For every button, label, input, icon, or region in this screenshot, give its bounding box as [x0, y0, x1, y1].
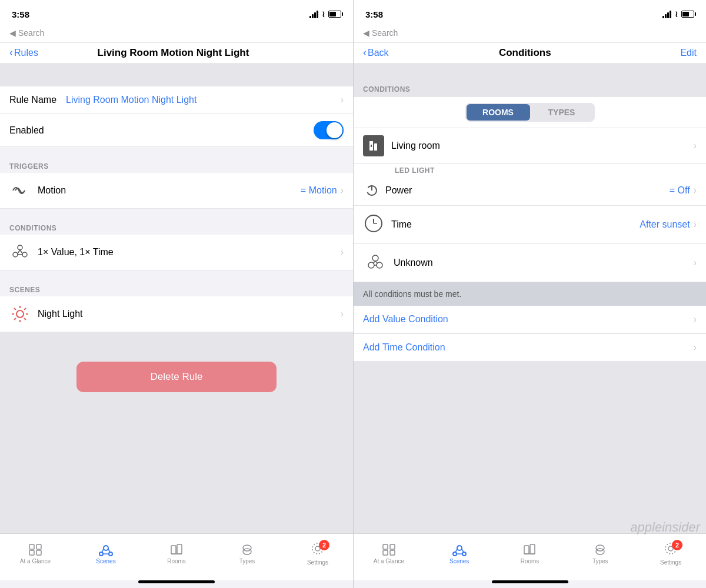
unknown-icon	[363, 251, 387, 275]
power-label: Power	[385, 185, 670, 196]
svg-rect-47	[390, 544, 395, 549]
tab-settings-right[interactable]: 2 Settings	[635, 539, 706, 569]
svg-point-50	[457, 546, 462, 550]
rule-name-value: Living Room Motion Night Light	[66, 95, 341, 105]
tab-label-rooms-left: Rooms	[167, 558, 186, 564]
tab-rooms-left[interactable]: Rooms	[141, 539, 212, 569]
trigger-row[interactable]: Motion = Motion ›	[0, 173, 353, 209]
back-button-right[interactable]: ‹ Back	[363, 46, 389, 59]
trigger-chevron: ›	[341, 185, 344, 196]
tab-rooms-right[interactable]: Rooms	[495, 539, 565, 569]
room-chevron: ›	[694, 141, 697, 151]
types-icon-left	[240, 543, 254, 556]
settings-badge-right: 2	[672, 540, 682, 550]
tab-scenes-right[interactable]: Scenes	[424, 539, 495, 569]
home-indicator-right	[492, 580, 568, 583]
enabled-row[interactable]: Enabled	[0, 114, 353, 147]
delete-rule-button[interactable]: Delete Rule	[76, 362, 277, 392]
scenes-icon-right	[452, 543, 467, 556]
living-room-row[interactable]: Living room ›	[354, 128, 706, 164]
signal-icon-right	[662, 10, 671, 18]
unknown-row[interactable]: Unknown ›	[354, 244, 706, 282]
scene-row[interactable]: Night Light ›	[0, 296, 353, 332]
condition-chevron: ›	[341, 247, 344, 258]
power-value: = Off	[670, 185, 690, 196]
rooms-icon-left	[169, 543, 184, 556]
svg-rect-17	[29, 550, 34, 555]
status-icons-left: ≀	[309, 9, 341, 19]
svg-rect-16	[36, 544, 41, 549]
conditions-note: All conditions must be met.	[354, 282, 706, 306]
time-chevron: ›	[694, 219, 697, 230]
svg-rect-25	[171, 546, 176, 554]
svg-rect-15	[29, 544, 34, 549]
tab-scenes-left[interactable]: Scenes	[71, 539, 141, 569]
time-left: 3:58	[12, 9, 29, 19]
nav-title-right: Conditions	[389, 47, 661, 59]
svg-rect-26	[177, 544, 182, 554]
svg-point-59	[596, 545, 604, 551]
nav-title-left: Living Room Motion Night Light	[38, 47, 308, 59]
svg-rect-48	[383, 550, 388, 555]
power-chevron: ›	[694, 185, 697, 196]
tab-at-a-glance-left[interactable]: At a Glance	[0, 539, 71, 569]
nav-bar-left: ‹ Rules Living Room Motion Night Light	[0, 43, 353, 64]
add-value-condition-row[interactable]: Add Value Condition ›	[354, 306, 706, 333]
time-icon	[363, 213, 384, 236]
edit-button[interactable]: Edit	[661, 48, 697, 58]
svg-point-52	[462, 552, 466, 556]
segment-control: ROOMS TYPES	[354, 97, 706, 128]
rule-name-label: Rule Name	[9, 95, 56, 105]
svg-point-28	[243, 545, 251, 551]
tab-settings-left[interactable]: 2 Settings	[282, 539, 353, 569]
svg-line-12	[24, 318, 26, 320]
nav-bar-right: ‹ Back Conditions Edit	[354, 43, 706, 64]
segment-rooms-button[interactable]: ROOMS	[467, 104, 530, 121]
time-label: Time	[391, 219, 640, 230]
enabled-label: Enabled	[9, 125, 314, 136]
tab-label-scenes-left: Scenes	[96, 558, 115, 564]
triggers-section-label: TRIGGERS	[0, 159, 353, 173]
rule-name-row[interactable]: Rule Name Living Room Motion Night Light…	[0, 86, 353, 114]
add-time-condition-row[interactable]: Add Time Condition ›	[354, 333, 706, 362]
tab-bar-right: At a Glance Scenes	[354, 533, 706, 580]
led-light-label: LED LIGHT	[354, 164, 706, 176]
conditions-gray-area: CONDITIONS	[354, 64, 706, 97]
svg-point-19	[104, 546, 108, 550]
gray-bottom-area-right	[354, 362, 706, 533]
add-value-label: Add Value Condition	[363, 314, 694, 325]
room-label: Living room	[391, 141, 694, 151]
room-icon	[363, 135, 384, 156]
svg-line-22	[102, 549, 104, 552]
condition-row[interactable]: 1× Value, 1× Time ›	[0, 235, 353, 270]
scene-label: Night Light	[38, 309, 341, 319]
status-bar-right: 3:58 ≀	[354, 0, 706, 26]
power-row[interactable]: Power = Off ›	[354, 176, 706, 206]
rule-name-chevron: ›	[341, 95, 344, 105]
svg-point-2	[18, 245, 22, 250]
segment-types-button[interactable]: TYPES	[530, 104, 594, 121]
scene-chevron: ›	[341, 309, 344, 319]
search-bar-left: ◀ Search	[0, 26, 353, 43]
time-row[interactable]: Time After sunset ›	[354, 206, 706, 244]
tab-at-a-glance-right[interactable]: At a Glance	[354, 539, 424, 569]
tab-label-scenes-right: Scenes	[449, 558, 469, 564]
tab-types-right[interactable]: Types	[565, 539, 635, 569]
conditions-header-label: CONDITIONS	[363, 85, 410, 93]
tab-label-settings-right: Settings	[660, 559, 681, 566]
svg-rect-46	[383, 544, 388, 549]
gray-section-left	[0, 64, 353, 86]
svg-line-4	[20, 250, 22, 253]
tab-label-atglance-right: At a Glance	[374, 558, 404, 564]
svg-rect-34	[371, 145, 372, 147]
enabled-toggle[interactable]	[314, 121, 344, 139]
home-indicator-left	[138, 580, 215, 583]
segment-wrapper: ROOMS TYPES	[465, 103, 595, 122]
svg-line-44	[375, 261, 378, 263]
svg-rect-57	[530, 544, 535, 554]
back-button-left[interactable]: ‹ Rules	[9, 46, 38, 59]
svg-line-11	[14, 308, 16, 310]
unknown-chevron: ›	[694, 258, 697, 268]
search-label-right: Search	[372, 28, 398, 38]
tab-types-left[interactable]: Types	[212, 539, 282, 569]
